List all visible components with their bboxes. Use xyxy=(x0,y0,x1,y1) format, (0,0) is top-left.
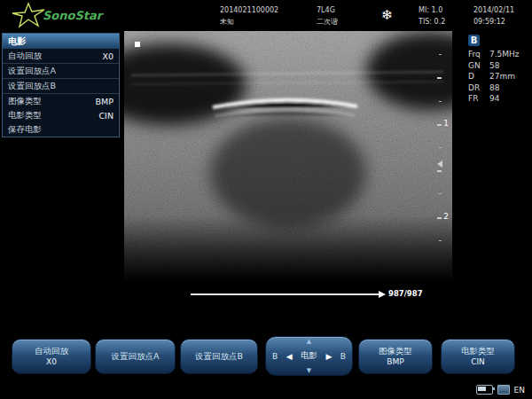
cine-type-button[interactable]: 电影类型 CIN xyxy=(441,339,515,374)
nav-menu-label: 电影 xyxy=(301,350,317,362)
image-parameters: B Frq 7.5MHz GN 58 D 27mm DR 88 FR 94 xyxy=(468,35,530,105)
menu-item-label: 设置回放点B xyxy=(8,81,56,92)
logo-text: SonoStar xyxy=(43,9,102,22)
probe-info: 7L4G 二次谐 xyxy=(317,4,338,27)
param-value: 94 xyxy=(489,93,499,105)
menu-item-image-type[interactable]: 图像类型 BMP xyxy=(3,94,119,108)
status-bar: EN xyxy=(476,385,525,395)
date-value: 2014/02/11 xyxy=(473,4,514,16)
patient-id: 2014021100002 xyxy=(220,4,278,16)
cine-position-arrow-icon[interactable] xyxy=(379,291,386,298)
menu-nav-pad[interactable]: ▲ B ◀ 电影 ▶ B ▼ xyxy=(265,336,353,376)
top-bar: SonoStar 2014021100002 未知 7L4G 二次谐 ❄ MI:… xyxy=(0,0,532,31)
acoustic-indices: MI: 1.0 TIS: 0.2 xyxy=(419,4,445,27)
button-label: 设置回放点B xyxy=(195,351,243,362)
nav-left-icon[interactable]: ◀ xyxy=(286,352,293,361)
menu-item-label: 设置回放点A xyxy=(8,66,56,77)
cine-progress-line[interactable] xyxy=(191,293,379,295)
param-depth: D 27mm xyxy=(468,71,530,82)
button-label: 电影类型 xyxy=(461,346,495,356)
param-gain: GN 58 xyxy=(468,60,530,72)
set-point-b-button[interactable]: 设置回放点B xyxy=(180,339,258,374)
probe-model: 7L4G xyxy=(317,4,338,16)
menu-item-cine-type[interactable]: 电影类型 CIN xyxy=(3,108,119,122)
depth-scale: 1 2 xyxy=(429,31,452,282)
menu-item-set-point-b[interactable]: 设置回放点B xyxy=(3,79,119,94)
menu-item-auto-playback[interactable]: 自动回放 X0 xyxy=(3,49,119,64)
menu-item-save-cine[interactable]: 保存电影 xyxy=(3,122,119,137)
keyboard-icon[interactable] xyxy=(497,385,510,395)
menu-item-set-point-a[interactable]: 设置回放点A xyxy=(3,64,119,79)
button-value: CIN xyxy=(471,356,485,367)
button-value: X0 xyxy=(46,356,57,367)
param-label: FR xyxy=(468,93,489,105)
datetime: 2014/02/11 09:59:12 xyxy=(473,4,514,27)
menu-item-label: 电影类型 xyxy=(8,110,42,121)
depth-label-2: 2 xyxy=(443,212,449,221)
ultrasound-image: 1 2 xyxy=(124,31,452,282)
nav-right-icon[interactable]: ▶ xyxy=(325,352,332,361)
nav-b-left[interactable]: B xyxy=(272,352,278,361)
menu-item-value: CIN xyxy=(98,111,113,121)
cine-menu-title: 电影 xyxy=(3,34,119,49)
param-frequency: Frq 7.5MHz xyxy=(468,49,530,60)
depth-label-1: 1 xyxy=(443,119,449,128)
button-value: BMP xyxy=(387,356,403,367)
language-indicator[interactable]: EN xyxy=(514,386,525,395)
mode-indicator: B xyxy=(468,35,480,46)
param-label: DR xyxy=(468,82,489,94)
cine-frame-counter: 987/987 xyxy=(388,289,423,298)
image-type-button[interactable]: 图像类型 BMP xyxy=(358,339,433,374)
battery-icon xyxy=(476,385,493,395)
tis-value: TIS: 0.2 xyxy=(419,16,445,27)
patient-name: 未知 xyxy=(220,16,278,27)
set-point-a-button[interactable]: 设置回放点A xyxy=(95,339,176,374)
button-label: 图像类型 xyxy=(379,346,412,356)
button-label: 设置回放点A xyxy=(112,351,160,362)
time-value: 09:59:12 xyxy=(473,16,514,27)
button-label: 自动回放 xyxy=(35,346,68,356)
param-label: Frq xyxy=(468,49,489,60)
auto-playback-button[interactable]: 自动回放 X0 xyxy=(12,339,91,374)
menu-item-value: X0 xyxy=(102,51,113,61)
ultrasound-render xyxy=(124,31,452,282)
cine-menu: 电影 自动回放 X0 设置回放点A 设置回放点B 图像类型 BMP 电影类型 C… xyxy=(2,33,120,137)
orientation-marker xyxy=(135,42,140,47)
nav-down-icon[interactable]: ▼ xyxy=(307,367,311,374)
param-dynamic-range: DR 88 xyxy=(468,82,530,94)
patient-info: 2014021100002 未知 xyxy=(220,4,278,27)
param-value: 88 xyxy=(489,82,499,94)
mi-value: MI: 1.0 xyxy=(419,4,445,16)
param-value: 7.5MHz xyxy=(489,49,520,60)
menu-item-value: BMP xyxy=(96,97,113,106)
param-label: GN xyxy=(468,60,489,72)
freeze-snowflake-icon: ❄ xyxy=(381,7,393,23)
ultrasound-app-screen: SonoStar 2014021100002 未知 7L4G 二次谐 ❄ MI:… xyxy=(0,0,532,399)
focus-marker xyxy=(437,160,442,168)
menu-item-label: 图像类型 xyxy=(8,96,42,107)
menu-item-label: 自动回放 xyxy=(8,51,42,62)
preset-name: 二次谐 xyxy=(317,16,338,27)
param-value: 58 xyxy=(489,60,499,72)
nav-b-right[interactable]: B xyxy=(340,352,346,361)
param-label: D xyxy=(468,71,489,82)
param-value: 27mm xyxy=(489,71,515,82)
menu-item-label: 保存电影 xyxy=(8,124,42,136)
param-frame-rate: FR 94 xyxy=(468,93,530,105)
sonostar-logo: SonoStar xyxy=(9,2,102,28)
